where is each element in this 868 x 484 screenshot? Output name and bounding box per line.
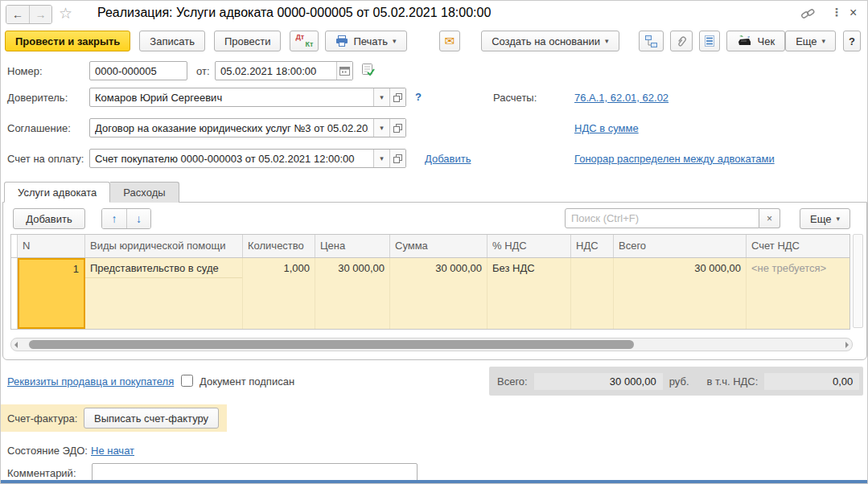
- move-row-down-button[interactable]: ↓: [126, 209, 150, 228]
- invoice-for-payment-field: ▾: [89, 149, 406, 168]
- principal-field: ▾: [89, 88, 406, 107]
- back-button[interactable]: ←: [6, 6, 29, 23]
- print-button[interactable]: Печать ▾: [325, 31, 406, 51]
- scroll-left-icon[interactable]: [14, 342, 18, 348]
- more-menu-icon[interactable]: ⋮: [831, 6, 842, 18]
- table-more-button[interactable]: Еще ▾: [800, 208, 850, 229]
- column-header-service[interactable]: Виды юридической помощи: [85, 235, 243, 257]
- agreement-input[interactable]: [90, 119, 373, 137]
- fee-distributed-link[interactable]: Гонорар распределен между адвокатами: [574, 153, 775, 165]
- more-actions-button[interactable]: Еще ▾: [785, 31, 836, 51]
- cell-qty[interactable]: 1,000: [243, 258, 315, 329]
- cell-vat-account[interactable]: <не требуется>: [747, 258, 849, 329]
- issue-invoice-label: Выписать счет-фактуру: [94, 412, 208, 425]
- agreement-label: Соглашение:: [7, 122, 71, 134]
- comment-label: Комментарий:: [7, 467, 76, 479]
- document-structure-icon: [644, 35, 658, 47]
- agreement-dropdown-button[interactable]: ▾: [373, 119, 389, 137]
- window-bottom-edge: [1, 480, 867, 483]
- tab-expenses[interactable]: Расходы: [110, 182, 179, 203]
- more-actions-caret-icon: ▾: [822, 37, 826, 45]
- close-icon[interactable]: ×: [849, 6, 857, 20]
- clear-search-button[interactable]: ×: [759, 208, 780, 228]
- principal-dropdown-button[interactable]: ▾: [373, 88, 389, 106]
- chevron-down-icon: ▾: [380, 124, 384, 132]
- number-input[interactable]: [89, 61, 187, 80]
- settlements-accounts-link[interactable]: 76.А.1, 62.01, 62.02: [574, 92, 668, 104]
- table-horizontal-scrollbar[interactable]: [10, 338, 853, 351]
- paperclip-icon: [676, 35, 687, 47]
- edo-status-label: Состояние ЭДО:: [7, 445, 88, 457]
- agreement-open-button[interactable]: [389, 119, 405, 137]
- invoice-open-button[interactable]: [389, 150, 405, 167]
- table-vertical-scrollbar[interactable]: [853, 234, 863, 328]
- invoice-dropdown-button[interactable]: ▾: [373, 150, 389, 167]
- cell-vat-rate[interactable]: Без НДС: [487, 258, 571, 329]
- dtkt-postings-button[interactable]: ДтКт: [290, 31, 319, 51]
- open-item-icon: [393, 123, 403, 133]
- column-header-vat[interactable]: НДС: [571, 235, 614, 257]
- post-and-close-label: Провести и закрыть: [15, 35, 120, 47]
- change-number-button[interactable]: [360, 63, 375, 77]
- reports-button[interactable]: [699, 31, 720, 51]
- column-header-vat-account[interactable]: Счет НДС: [747, 235, 849, 257]
- add-invoice-link[interactable]: Добавить: [425, 153, 471, 165]
- page-title: Реализация: Услуги адвоката 0000-000005 …: [97, 6, 491, 20]
- cell-service[interactable]: Представительство в суде: [85, 258, 243, 329]
- issue-invoice-button[interactable]: Выписать счет-фактуру: [84, 408, 219, 429]
- create-based-on-button[interactable]: Создать на основании ▾: [481, 31, 619, 51]
- principal-open-button[interactable]: [389, 88, 405, 106]
- help-button[interactable]: ?: [843, 31, 861, 51]
- open-item-icon: [393, 92, 403, 103]
- principal-label: Доверитель:: [7, 92, 68, 104]
- invoice-for-payment-label: Счет на оплату:: [7, 153, 84, 165]
- column-header-price[interactable]: Цена: [315, 235, 390, 257]
- date-input[interactable]: [216, 62, 336, 80]
- envelope-icon: ✉: [445, 34, 455, 48]
- table-row[interactable]: 1 Представительство в суде 1,000 30 000,…: [11, 258, 849, 329]
- totals-panel: Всего: 30 000,00 руб. в т.ч. НДС: 0,00: [489, 367, 863, 396]
- add-row-button[interactable]: Добавить: [13, 208, 85, 229]
- invoice-facture-panel: Счет-фактура: Выписать счет-фактуру: [1, 404, 227, 432]
- related-documents-button[interactable]: [639, 31, 664, 51]
- date-field: [215, 61, 353, 80]
- move-row-buttons: ↑ ↓: [101, 208, 151, 229]
- save-button[interactable]: Записать: [139, 31, 205, 51]
- cell-vat[interactable]: [571, 258, 614, 329]
- column-header-n[interactable]: N: [18, 235, 85, 257]
- search-input[interactable]: [565, 208, 759, 228]
- arrow-up-icon: ↑: [112, 212, 117, 225]
- post-button[interactable]: Провести: [214, 31, 282, 51]
- principal-help-icon[interactable]: ?: [415, 91, 422, 103]
- cell-price[interactable]: 30 000,00: [315, 258, 390, 329]
- move-row-up-button[interactable]: ↑: [102, 209, 126, 228]
- cell-total[interactable]: 30 000,00: [614, 258, 747, 329]
- copy-link-icon[interactable]: [800, 6, 816, 21]
- scroll-right-icon[interactable]: [845, 342, 849, 348]
- principal-input[interactable]: [90, 88, 373, 106]
- column-header-qty[interactable]: Количество: [243, 235, 315, 257]
- main-toolbar: Провести и закрыть Записать Провести ДтК…: [1, 30, 867, 52]
- calendar-button[interactable]: [336, 62, 352, 80]
- favorite-star-icon[interactable]: ☆: [59, 4, 72, 23]
- arrow-down-icon: ↓: [136, 212, 142, 225]
- tab-advocate-services[interactable]: Услуги адвоката: [4, 182, 110, 203]
- invoice-for-payment-input[interactable]: [90, 150, 373, 167]
- print-caret-icon: ▾: [393, 37, 397, 45]
- column-header-sum[interactable]: Сумма: [390, 235, 487, 257]
- edo-status-link[interactable]: Не начат: [91, 445, 134, 457]
- send-email-button[interactable]: ✉: [439, 31, 461, 51]
- scrollbar-thumb[interactable]: [29, 340, 634, 349]
- forward-button[interactable]: →: [29, 6, 51, 23]
- cell-n[interactable]: 1: [18, 258, 85, 329]
- vat-in-sum-link[interactable]: НДС в сумме: [574, 122, 639, 134]
- attachments-button[interactable]: [670, 31, 693, 51]
- column-header-vat-rate[interactable]: % НДС: [487, 235, 571, 257]
- column-header-total[interactable]: Всего: [614, 235, 747, 257]
- document-signed-checkbox[interactable]: [181, 375, 193, 387]
- check-button[interactable]: Чек: [726, 31, 786, 51]
- seller-buyer-details-link[interactable]: Реквизиты продавца и покупателя: [7, 375, 174, 388]
- post-and-close-button[interactable]: Провести и закрыть: [5, 31, 130, 51]
- cell-sum[interactable]: 30 000,00: [390, 258, 487, 329]
- settlements-label: Расчеты:: [493, 92, 537, 104]
